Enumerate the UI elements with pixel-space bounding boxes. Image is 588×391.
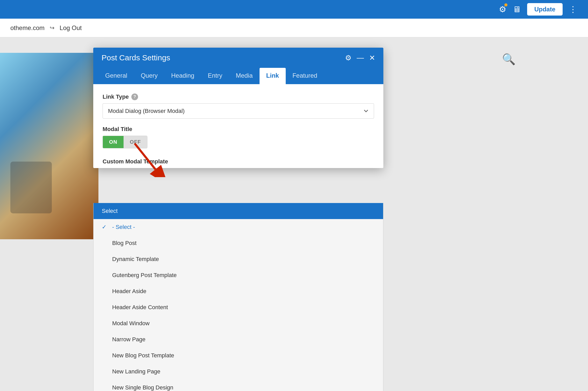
main-area: 🔍 Post Cards Settings ⚙ — ✕ General Quer…: [0, 37, 588, 391]
dropdown-item-modal-window[interactable]: Modal Window: [94, 315, 383, 331]
custom-modal-dropdown: Select ✓ - Select - Blog Post Dynamic Te…: [93, 203, 383, 391]
dropdown-item-gutenberg[interactable]: Gutenberg Post Template: [94, 267, 383, 283]
dropdown-item-new-landing-page[interactable]: New Landing Page: [94, 364, 383, 380]
modal-minimize-icon[interactable]: —: [357, 54, 364, 62]
modal-close-icon[interactable]: ✕: [369, 54, 375, 62]
background-image-block: [0, 53, 98, 239]
tab-query[interactable]: Query: [134, 68, 164, 84]
modal-tabs: General Query Heading Entry Media Link F…: [93, 68, 383, 84]
tab-general[interactable]: General: [98, 68, 134, 84]
modal-title: Post Cards Settings: [102, 53, 170, 62]
search-icon[interactable]: 🔍: [502, 53, 515, 66]
red-arrow-indicator: [119, 136, 166, 177]
dropdown-item-select[interactable]: ✓ - Select -: [94, 219, 383, 235]
link-type-label: Link Type ?: [103, 93, 374, 100]
modal-header-icons: ⚙ — ✕: [345, 54, 375, 62]
site-link[interactable]: otheme.com: [10, 24, 45, 32]
dropdown-item-blog-post[interactable]: Blog Post: [94, 235, 383, 251]
modal-header: Post Cards Settings ⚙ — ✕: [93, 48, 383, 68]
link-type-group: Link Type ? Modal Dialog (Browser Modal): [103, 93, 374, 119]
tab-entry[interactable]: Entry: [201, 68, 229, 84]
check-icon: ✓: [102, 224, 108, 230]
svg-line-1: [135, 143, 155, 169]
modal-title-label: Modal Title: [103, 126, 374, 133]
dropdown-item-new-blog-post-template[interactable]: New Blog Post Template: [94, 347, 383, 364]
link-type-help-icon[interactable]: ?: [131, 93, 138, 100]
dropdown-item-dynamic-template[interactable]: Dynamic Template: [94, 251, 383, 267]
dropdown-item-new-single-blog[interactable]: New Single Blog Design: [94, 380, 383, 391]
tab-featured[interactable]: Featured: [286, 68, 324, 84]
link-type-select[interactable]: Modal Dialog (Browser Modal): [103, 103, 374, 119]
settings-icon[interactable]: ⚙: [499, 4, 506, 14]
update-button[interactable]: Update: [527, 3, 563, 16]
monitor-icon[interactable]: 🖥: [513, 5, 521, 14]
background-image: [0, 53, 98, 239]
dropdown-item-header-aside[interactable]: Header Aside: [94, 283, 383, 299]
dropdown-item-header-aside-content[interactable]: Header Aside Content: [94, 299, 383, 315]
logout-link[interactable]: Log Out: [60, 24, 82, 32]
dropdown-select-bar[interactable]: Select: [94, 203, 383, 219]
modal-gear-icon[interactable]: ⚙: [345, 54, 352, 62]
tab-heading[interactable]: Heading: [164, 68, 201, 84]
logout-arrow-icon: ↪: [50, 25, 54, 31]
tab-media[interactable]: Media: [229, 68, 259, 84]
sub-bar: otheme.com ↪ Log Out: [0, 19, 588, 37]
notification-badge: [504, 3, 507, 6]
top-bar: ⚙ 🖥 Update ⋮: [0, 0, 588, 19]
dropdown-item-narrow-page[interactable]: Narrow Page: [94, 331, 383, 347]
more-options-icon[interactable]: ⋮: [569, 4, 578, 14]
tab-link[interactable]: Link: [260, 68, 286, 84]
